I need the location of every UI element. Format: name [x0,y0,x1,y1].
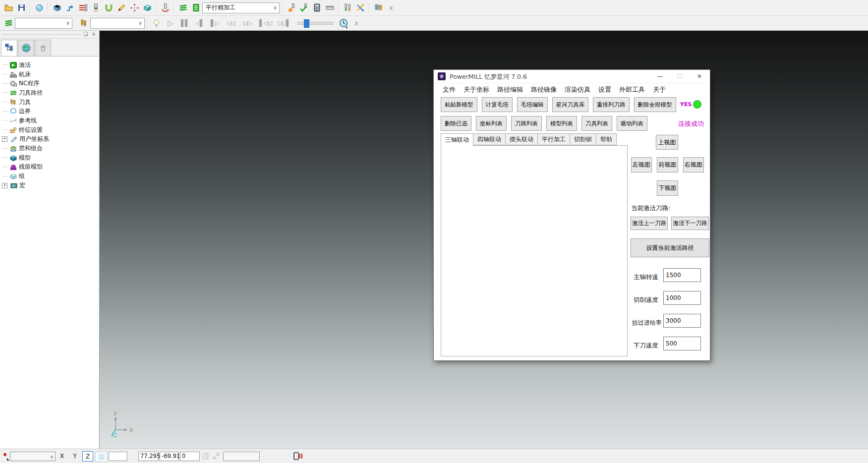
tool-check-icon[interactable] [297,1,310,14]
grid-size-field[interactable] [109,452,127,461]
toolpath-stack-icon[interactable] [176,1,189,14]
tree-item-activate[interactable]: 激活 [0,60,99,70]
axis-x-toggle[interactable]: X [57,451,67,462]
tree-item-levels-sets[interactable]: 层和组合 [0,144,99,153]
tab-tilt-head[interactable]: 摆头联动 [506,133,538,145]
tree-item-patterns[interactable]: 参考线 [0,116,99,125]
coord-z-field[interactable]: 0 [180,452,200,461]
explorer-tree-tab[interactable] [1,40,17,56]
drive-list-button[interactable]: 驱动列表 [617,116,647,131]
tree-item-feature-sets[interactable]: 特征设置 [0,125,99,135]
menu-settings[interactable]: 设置 [594,84,615,95]
tree-item-toolpaths[interactable]: 刀具路径 [0,88,99,98]
ballnose-tool-icon[interactable] [89,1,102,14]
tool-combo[interactable]: ∨ [90,18,145,29]
axis-swap-icon[interactable] [354,1,367,14]
menu-path-mirror[interactable]: 路径镜像 [527,84,561,95]
toolpath-stack-icon[interactable] [2,17,15,30]
stock-levels-icon[interactable] [76,1,89,14]
calculator-icon[interactable] [310,1,323,14]
delete-all-models-button[interactable]: 删除全部模型 [634,97,676,112]
tab-help[interactable]: 帮助 [596,133,617,145]
clock-icon[interactable] [337,17,350,30]
pencil-measure-icon[interactable] [115,1,128,14]
coord-x-field[interactable]: 77.2951 [138,452,159,461]
sim-go-start-button[interactable]: ▌◁◁ [256,19,275,27]
tab-4axis[interactable]: 四轴联动 [473,133,506,145]
stock-edit-button[interactable]: 毛坯编辑 [517,97,548,112]
model-list-button[interactable]: 模型列表 [546,116,577,131]
menu-file[interactable]: 文件 [439,84,460,95]
tree-item-stock-models[interactable]: 残留模型 [0,163,99,172]
tree-item-nc-program[interactable]: NC程序 [0,79,99,88]
workplane-combo[interactable]: ∨ [10,452,56,461]
clipboard-pause-icon[interactable] [293,452,303,463]
strategy-list-icon[interactable] [189,1,202,14]
grid-toggle-icon[interactable] [95,452,107,462]
tree-item-tools[interactable]: 刀具 [0,98,99,107]
block-model-icon[interactable] [51,1,63,14]
toolpath-combo[interactable]: ∨ [15,18,72,29]
toolbar-close-icon[interactable]: x [350,17,363,30]
rearrange-toolpath-button[interactable]: 重排列刀路 [593,97,630,112]
close-panel-icon[interactable]: x [90,31,97,37]
axis-y-toggle[interactable]: Y [69,451,80,462]
close-button[interactable]: ✕ [690,70,709,83]
plunge-feed-input[interactable] [663,337,701,350]
tool-list-button[interactable]: 刀具列表 [581,116,612,131]
view-left-button[interactable]: 左视图 [631,157,652,173]
open-file-icon[interactable] [2,1,15,14]
tool-library-button[interactable]: 星河刀具库 [552,97,589,112]
tree-item-models[interactable]: 模型 [0,153,99,163]
view-right-button[interactable]: 右视图 [683,157,704,173]
locator-icon[interactable] [212,452,221,462]
record-dot-icon[interactable] [2,452,10,462]
tab-saw[interactable]: 切割锯 [570,133,596,145]
tree-item-machine[interactable]: 机床 [0,70,99,79]
measure-field[interactable] [223,452,260,461]
menu-external-tools[interactable]: 外部工具 [615,84,649,95]
panel-grip[interactable]: ❏ x [0,31,99,39]
sim-go-end-button[interactable]: ▷▷▌ [275,19,293,27]
sim-play-button[interactable]: ▷ [163,19,177,28]
spindle-speed-input[interactable] [663,268,701,282]
view-front-button[interactable]: 前视图 [657,157,678,173]
tree-item-boundaries[interactable]: 边界 [0,107,99,116]
coord-y-field[interactable]: -69.918 [160,452,179,461]
tree-item-macros[interactable]: +宏 [0,181,99,190]
drill-arc-icon[interactable] [159,1,172,14]
coord-list-button[interactable]: 坐标列表 [476,116,507,131]
toolpath-list-button[interactable]: 刀路列表 [511,116,542,131]
view-top-button[interactable]: 上视图 [656,135,678,150]
stock-box-icon[interactable] [141,1,154,14]
bulb-icon[interactable] [150,17,163,30]
strategy-combo[interactable]: 平行精加工 ∨ [202,2,280,13]
tab-parallel[interactable]: 平行加工 [538,133,570,145]
axis-z-toggle[interactable]: Z [82,451,93,462]
tool-flash-icon[interactable] [285,1,297,14]
expand-icon[interactable]: + [2,136,7,142]
sim-pause-button[interactable]: ▌▌ [177,19,192,27]
tool-pair-icon[interactable] [341,1,354,14]
globe-tab[interactable] [18,40,34,56]
tree-item-workplanes[interactable]: +用户坐标系 [0,135,99,144]
maximize-button[interactable]: ☐ [670,70,690,83]
recycle-bin-tab[interactable] [35,40,51,56]
menu-render-sim[interactable]: 渲染仿真 [561,84,594,95]
toolbar-close-icon[interactable]: x [385,1,398,14]
ruler-icon[interactable] [323,1,336,14]
slider-knob[interactable] [304,19,309,28]
cylinders-icon[interactable] [372,1,385,14]
view-bottom-button[interactable]: 下视图 [657,180,678,196]
sim-fast-forward-button[interactable]: ▷▷ [239,19,256,27]
dialog-titlebar[interactable]: PowerMILL 忆梦星河 7.0.6 — ☐ ✕ [434,70,710,83]
toolpath-create-icon[interactable] [63,1,76,14]
tab-3axis[interactable]: 三轴联动 [441,133,473,146]
calc-stock-button[interactable]: 计算毛坯 [482,97,513,112]
cutting-feed-input[interactable] [663,291,701,305]
tree-item-groups[interactable]: 组 [0,172,99,181]
menu-about[interactable]: 关于 [649,84,670,95]
skim-feed-input[interactable] [663,314,701,328]
sim-rewind-button[interactable]: ◁◁ [222,19,239,27]
save-icon[interactable] [15,1,28,14]
